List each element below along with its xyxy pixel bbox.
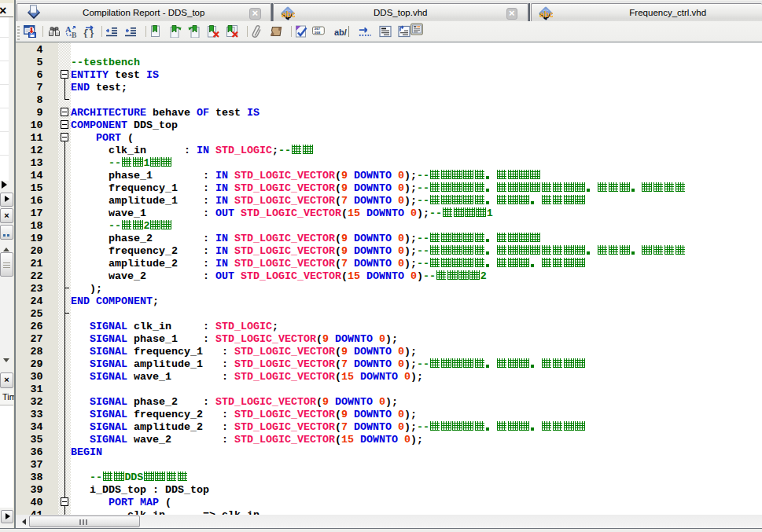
svg-text:268: 268 bbox=[315, 30, 321, 34]
svg-text:abc: abc bbox=[539, 9, 553, 18]
svg-text:A: A bbox=[65, 25, 72, 34]
svg-text:{}: {} bbox=[83, 28, 94, 38]
svg-text:B: B bbox=[72, 31, 77, 39]
